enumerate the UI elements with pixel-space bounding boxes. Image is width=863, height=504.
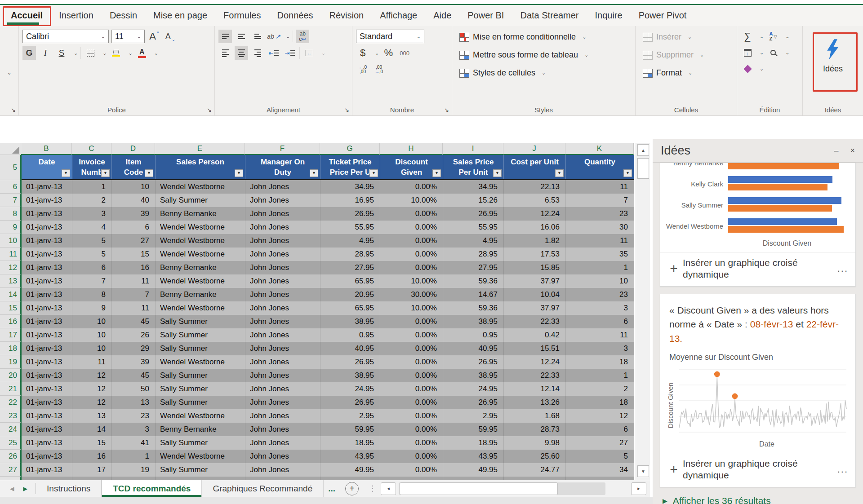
- cell[interactable]: John Jones: [245, 450, 320, 463]
- hscroll-right-button[interactable]: ▸: [631, 482, 646, 495]
- cell[interactable]: 11: [72, 355, 112, 369]
- filter-dropdown-icon[interactable]: ▼: [369, 169, 378, 177]
- sheet-nav-left-icon[interactable]: ◂: [10, 483, 14, 494]
- cell[interactable]: 01-janv-13: [22, 301, 72, 315]
- increase-font-size-button[interactable]: A^: [147, 30, 161, 43]
- cell[interactable]: 16.95: [320, 194, 380, 207]
- ribbon-tab-data-streamer[interactable]: Data Streamer: [512, 6, 587, 25]
- cell[interactable]: 18.95: [320, 436, 380, 450]
- column-header-D[interactable]: D: [111, 143, 155, 155]
- thousands-separator-button[interactable]: 000: [398, 46, 411, 60]
- cell[interactable]: 01-janv-13: [22, 194, 72, 207]
- cell[interactable]: 01-janv-13: [22, 248, 72, 261]
- column-header-E[interactable]: E: [155, 143, 245, 155]
- cell[interactable]: 1: [566, 261, 634, 274]
- align-top-button[interactable]: [218, 30, 232, 43]
- cell[interactable]: 16: [566, 477, 634, 480]
- cell[interactable]: 17.53: [504, 248, 566, 261]
- ideas-button[interactable]: Idées: [812, 30, 854, 83]
- cell[interactable]: 0.00%: [380, 315, 443, 328]
- cell[interactable]: John Jones: [245, 477, 320, 480]
- cell[interactable]: John Jones: [245, 194, 320, 207]
- cell[interactable]: 34: [566, 463, 634, 477]
- header-cell-manager-on[interactable]: Manager OnDuty▼: [245, 155, 320, 179]
- cell[interactable]: 0.00%: [380, 221, 443, 234]
- cell[interactable]: John Jones: [245, 180, 320, 194]
- cell[interactable]: 26.95: [320, 396, 380, 409]
- header-cell-item[interactable]: ItemCode▼: [112, 155, 156, 179]
- cell[interactable]: 3: [72, 207, 112, 221]
- cell[interactable]: 01-janv-13: [22, 342, 72, 355]
- ribbon-tab-inquire[interactable]: Inquire: [587, 6, 631, 25]
- cell[interactable]: 3: [566, 301, 634, 315]
- insert-pivotchart-button[interactable]: + Insérer un graphique croisé dynamique …: [660, 453, 855, 487]
- cell[interactable]: 10: [72, 315, 112, 328]
- cell[interactable]: Sally Summer: [156, 436, 245, 450]
- cell[interactable]: 01-janv-13: [22, 207, 72, 221]
- horizontal-scrollbar[interactable]: [399, 482, 605, 495]
- cell[interactable]: 38.95: [443, 315, 504, 328]
- ribbon-tab-mise-en-page[interactable]: Mise en page: [145, 6, 215, 25]
- cell[interactable]: 24.95: [443, 382, 504, 396]
- show-all-results-link[interactable]: ▶ Afficher les 36 résultats: [663, 495, 863, 504]
- row-header-28[interactable]: 28: [0, 477, 21, 480]
- more-options-icon[interactable]: ...: [837, 464, 848, 475]
- chevron-down-icon[interactable]: ⌄: [102, 50, 107, 56]
- cell[interactable]: 45: [112, 315, 156, 328]
- cell[interactable]: 27.95: [443, 261, 504, 274]
- cell[interactable]: 10.00%: [380, 301, 443, 315]
- cell[interactable]: 59.36: [443, 274, 504, 288]
- cell[interactable]: 0.00%: [380, 207, 443, 221]
- cell[interactable]: 23: [566, 207, 634, 221]
- more-options-icon[interactable]: ...: [837, 263, 848, 274]
- cell[interactable]: 26.95: [320, 355, 380, 369]
- increase-indent-button[interactable]: ⇥: [283, 46, 297, 60]
- cell[interactable]: 16.06: [504, 221, 566, 234]
- cell[interactable]: 38.95: [443, 369, 504, 382]
- filter-dropdown-icon[interactable]: ▼: [555, 169, 564, 177]
- cell[interactable]: 41: [112, 436, 156, 450]
- cell[interactable]: 15: [72, 436, 112, 450]
- cell[interactable]: 18: [72, 477, 112, 480]
- align-left-button[interactable]: [218, 46, 232, 60]
- cell[interactable]: 10.00%: [380, 194, 443, 207]
- cells-item-insérer[interactable]: Insérer⌄: [643, 30, 733, 44]
- cell[interactable]: 7: [112, 288, 156, 301]
- cell[interactable]: John Jones: [245, 436, 320, 450]
- cell[interactable]: Benny Bernanke: [156, 423, 245, 436]
- cell[interactable]: John Jones: [245, 342, 320, 355]
- ribbon-tab-dessin[interactable]: Dessin: [102, 6, 145, 25]
- chevron-down-icon[interactable]: ⌄: [4, 70, 15, 76]
- cell[interactable]: 6: [566, 315, 634, 328]
- cell[interactable]: 0.00%: [380, 342, 443, 355]
- cell[interactable]: 24.95: [320, 382, 380, 396]
- cell[interactable]: 0.95: [443, 328, 504, 342]
- cell[interactable]: Sally Summer: [156, 328, 245, 342]
- cell[interactable]: 6.53: [504, 194, 566, 207]
- cell[interactable]: 27: [566, 436, 634, 450]
- cell[interactable]: 5: [566, 450, 634, 463]
- cell[interactable]: 5: [72, 234, 112, 248]
- percent-format-button[interactable]: %: [382, 46, 395, 60]
- find-select-button[interactable]: [766, 46, 780, 59]
- cell[interactable]: 10: [72, 342, 112, 355]
- cell[interactable]: 20.95: [320, 288, 380, 301]
- cell[interactable]: 14.67: [443, 288, 504, 301]
- cell[interactable]: 7: [72, 274, 112, 288]
- header-cell-discount[interactable]: DiscountGiven▼: [380, 155, 443, 179]
- cell[interactable]: 43.95: [320, 477, 380, 480]
- clear-button[interactable]: [741, 62, 754, 75]
- chevron-down-icon[interactable]: ⌄: [128, 50, 132, 56]
- cell[interactable]: Sally Summer: [156, 463, 245, 477]
- text-orientation-button[interactable]: ab↗: [267, 30, 280, 43]
- sheet-nav-right-icon[interactable]: ▸: [23, 483, 28, 494]
- cell[interactable]: Wendel Westborne: [156, 409, 245, 423]
- row-header-5[interactable]: 5: [0, 155, 21, 180]
- ribbon-tab-révision[interactable]: Révision: [321, 6, 372, 25]
- cell[interactable]: 18.95: [443, 436, 504, 450]
- chevron-down-icon[interactable]: ⌄: [375, 50, 379, 56]
- align-right-button[interactable]: [251, 46, 264, 60]
- align-middle-button[interactable]: [235, 30, 248, 43]
- cell[interactable]: Benny Bernanke: [156, 207, 245, 221]
- cell[interactable]: 0.00%: [380, 180, 443, 194]
